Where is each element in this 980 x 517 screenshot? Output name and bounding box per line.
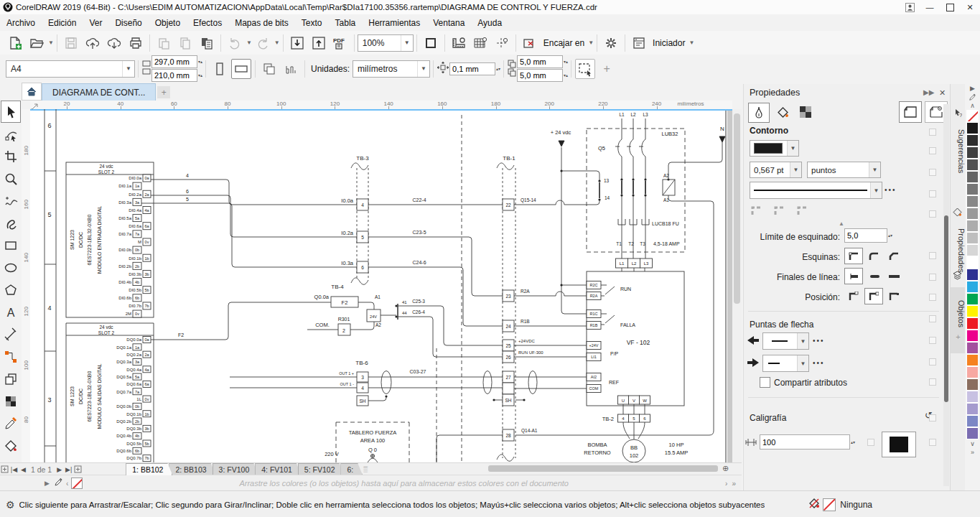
menu-ver[interactable]: Ver <box>83 14 108 31</box>
collapse-docker-icon[interactable]: ▶▶ <box>923 88 934 96</box>
landscape-button[interactable] <box>231 59 251 79</box>
stretch-input[interactable] <box>760 434 850 450</box>
cap-round-button[interactable] <box>864 268 883 284</box>
corner-bevel-button[interactable] <box>885 248 903 264</box>
color-swatch[interactable] <box>966 403 979 415</box>
mini-toggle[interactable] <box>929 358 936 365</box>
freehand-tool[interactable] <box>1 190 21 212</box>
arrowhead-end-combo[interactable]: ▼ <box>762 355 809 372</box>
page-tab-5[interactable]: 5: FV102 <box>298 463 345 475</box>
panel-scrollbar[interactable] <box>943 104 949 486</box>
document-tab[interactable]: DIAGRAMA DE CONT... <box>42 83 156 101</box>
color-swatch[interactable] <box>966 159 979 171</box>
first-page-button[interactable]: |◀ <box>9 464 19 475</box>
treat-as-filled-button[interactable] <box>575 59 595 79</box>
add-page-start-button[interactable] <box>0 464 9 475</box>
color-swatch[interactable] <box>966 415 979 427</box>
spinner[interactable]: ▴▾ <box>888 233 892 238</box>
page-height-input[interactable] <box>151 69 197 82</box>
connector-tool[interactable] <box>1 345 21 368</box>
color-swatch[interactable] <box>966 281 979 293</box>
scroll-left-icon[interactable]: ‹ <box>66 480 68 488</box>
share-attributes-checkbox[interactable] <box>760 377 770 388</box>
publish-pdf-button[interactable]: PDF <box>330 33 350 53</box>
close-docker-icon[interactable]: ✕ <box>939 88 946 98</box>
line-style-options-button[interactable]: ••• <box>885 186 897 194</box>
eyedropper-tool[interactable] <box>1 412 21 434</box>
zoom-tool[interactable] <box>1 167 21 190</box>
mini-toggle[interactable] <box>929 274 936 281</box>
new-document-button[interactable] <box>5 33 25 53</box>
menu-diseño[interactable]: Diseño <box>108 14 148 31</box>
rectangle-tool[interactable] <box>1 234 21 256</box>
page-tab-4[interactable]: 4: FV101 <box>255 463 302 475</box>
close-button[interactable]: ✕ <box>960 0 980 14</box>
arrowhead-start-combo[interactable]: ▼ <box>762 332 809 350</box>
vertical-scrollbar-thumb[interactable] <box>734 113 740 304</box>
color-swatch[interactable] <box>966 171 979 183</box>
menu-mapas-de-bits[interactable]: Mapas de bits <box>228 14 295 31</box>
corner-miter-button[interactable] <box>844 248 863 264</box>
color-swatch-none[interactable] <box>966 110 979 122</box>
palette-expand[interactable]: » <box>971 448 974 457</box>
mini-toggle[interactable] <box>929 147 936 154</box>
line-style-combo[interactable]: ▼ <box>750 182 882 199</box>
color-swatch[interactable] <box>966 342 979 354</box>
download-cloud-button[interactable] <box>104 33 124 53</box>
color-swatch[interactable] <box>966 427 979 439</box>
transparency-tool[interactable] <box>1 390 21 412</box>
maximize-button[interactable] <box>940 0 960 14</box>
paste-button[interactable] <box>154 33 174 53</box>
position-centered-button[interactable] <box>864 288 883 304</box>
color-swatch[interactable] <box>966 391 979 403</box>
color-swatch[interactable] <box>966 293 979 305</box>
color-swatch[interactable] <box>966 220 979 232</box>
spinner[interactable]: ▴▾ <box>851 440 855 444</box>
cap-square-button[interactable] <box>885 268 903 284</box>
docker-tab-sugerencias[interactable]: Sugerencias <box>951 121 966 182</box>
palette-scroll-down[interactable]: ∨ <box>970 439 975 448</box>
corner-round-button[interactable] <box>864 248 883 264</box>
polygon-tool[interactable] <box>1 279 21 301</box>
color-swatch[interactable] <box>966 232 979 244</box>
units-combo[interactable]: milímetros▼ <box>353 60 430 78</box>
color-swatch[interactable] <box>966 244 979 256</box>
save-button[interactable] <box>61 33 81 53</box>
outline-color-combo[interactable]: ▼ <box>750 140 799 157</box>
palette-eyedropper-icon[interactable] <box>969 93 976 101</box>
upload-cloud-button[interactable] <box>83 33 103 53</box>
arrowhead-end-options-button[interactable]: ••• <box>813 359 825 367</box>
mini-toggle[interactable] <box>929 315 936 322</box>
outline-units-combo[interactable]: puntos▼ <box>807 162 881 178</box>
vertical-scrollbar[interactable] <box>732 109 742 462</box>
page-tab-6[interactable]: 6: <box>340 463 363 475</box>
scroll-up-icon[interactable]: ▲ <box>839 220 844 227</box>
color-swatch[interactable] <box>966 122 979 134</box>
shape-tool[interactable] <box>1 123 21 145</box>
palette-scroll-up[interactable]: ∧ <box>970 101 975 110</box>
menu-ayuda[interactable]: Ayuda <box>471 14 508 31</box>
mini-toggle[interactable] <box>929 294 936 301</box>
menu-herramientas[interactable]: Herramientas <box>362 14 426 31</box>
mini-toggle[interactable] <box>929 129 936 136</box>
page-width-input[interactable] <box>151 55 197 68</box>
zoom-level-combo[interactable]: 100%▼ <box>358 34 414 52</box>
position-inside-button[interactable] <box>885 288 903 304</box>
gear-icon[interactable]: ⚙ <box>6 499 15 511</box>
add-control-button[interactable]: + <box>597 59 617 79</box>
text-tool[interactable]: A <box>1 301 21 323</box>
color-swatch[interactable] <box>966 134 979 146</box>
page-tab-3[interactable]: 3: FV100 <box>213 463 259 475</box>
home-tab[interactable] <box>22 83 42 101</box>
next-page-button[interactable]: ▶ <box>55 464 64 475</box>
mini-toggle[interactable] <box>929 210 936 218</box>
fullscreen-preview-button[interactable] <box>421 33 441 53</box>
wireframe-view-button[interactable] <box>899 101 922 123</box>
horizontal-scrollbar-thumb[interactable] <box>488 465 718 472</box>
color-swatch[interactable] <box>966 378 979 391</box>
color-swatch[interactable] <box>966 256 979 269</box>
duplicate-x-input[interactable] <box>517 55 563 68</box>
menu-ventana[interactable]: Ventana <box>426 14 471 31</box>
spinner[interactable]: ▾▴ <box>198 60 202 64</box>
no-color-swatch[interactable] <box>71 478 83 489</box>
